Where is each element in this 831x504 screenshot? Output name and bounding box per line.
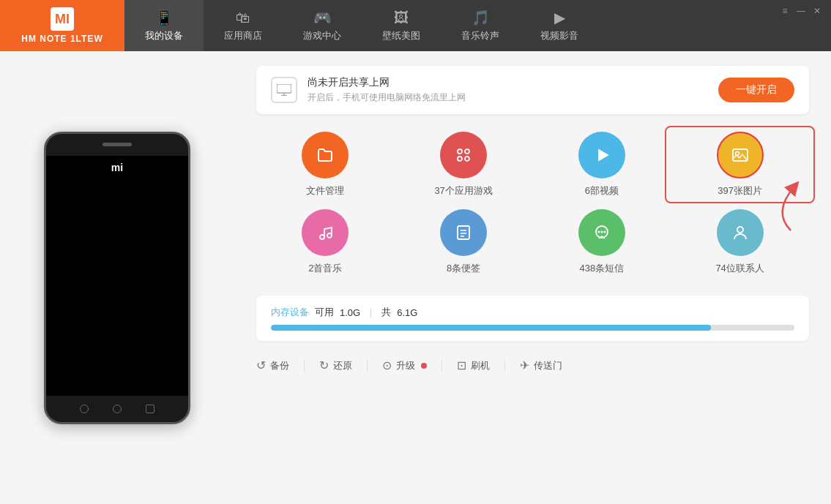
storage-section: 内存设备 可用 1.0G ｜ 共 6.1G — [256, 296, 809, 341]
network-title: 尚未开启共享上网 — [308, 76, 718, 89]
network-banner: 尚未开启共享上网 开启后，手机可使用电脑网络免流里上网 一键开启 — [256, 66, 809, 114]
upgrade-badge — [421, 363, 427, 369]
nav-video-label: 视频影音 — [540, 29, 578, 42]
feature-photos[interactable]: 397张图片 — [671, 132, 809, 198]
svg-point-3 — [458, 149, 462, 154]
nav-wallpaper[interactable]: 🖼 壁纸美图 — [362, 0, 441, 51]
transfer-icon: ✈ — [520, 358, 529, 372]
nav-music-label: 音乐铃声 — [461, 29, 499, 42]
files-circle — [302, 132, 349, 178]
divider-1 — [304, 360, 305, 372]
storage-available-label: 可用 — [315, 306, 334, 319]
main-content: mi 尚未开启共享上网 开启后，手机可使用电脑网络免流里上网 — [0, 51, 831, 504]
nav-items: 📱 我的设备 🛍 应用商店 🎮 游戏中心 🖼 壁纸美图 🎵 音乐铃声 ▶ 视频影… — [124, 0, 831, 51]
feature-apps[interactable]: 37个应用游戏 — [395, 132, 533, 198]
nav-game-center-label: 游戏中心 — [303, 29, 341, 42]
app-store-icon: 🛍 — [236, 10, 250, 26]
action-transfer[interactable]: ✈ 传送门 — [520, 358, 562, 372]
music-circle — [302, 209, 349, 256]
right-panel: 尚未开启共享上网 开启后，手机可使用电脑网络免流里上网 一键开启 文件管理 — [234, 51, 831, 504]
notes-circle — [440, 209, 487, 256]
nav-music[interactable]: 🎵 音乐铃声 — [441, 0, 520, 51]
phone-top-bar — [46, 134, 188, 156]
backup-icon: ↺ — [256, 358, 266, 372]
titlebar: ≡ — ✕ — [771, 0, 831, 22]
feature-grid: 文件管理 37个应用游戏 — [256, 132, 809, 275]
restore-icon: ↻ — [319, 358, 329, 372]
menu-icon[interactable]: ≡ — [780, 6, 790, 16]
phone-mockup: mi — [44, 132, 190, 424]
phone-menu-btn — [146, 405, 154, 413]
storage-total-label: 共 — [381, 306, 391, 319]
notes-label: 8条便签 — [447, 262, 480, 275]
contacts-label: 74位联系人 — [715, 262, 764, 275]
device-name: HM NOTE 1LTEW — [21, 34, 103, 44]
flash-icon: ⊡ — [457, 358, 466, 372]
nav-wallpaper-label: 壁纸美图 — [382, 29, 420, 42]
phone-mi-logo: mi — [111, 162, 123, 173]
feature-music[interactable]: 2首音乐 — [256, 209, 395, 275]
storage-label: 内存设备 — [271, 306, 309, 319]
transfer-label: 传送门 — [534, 359, 562, 372]
network-enable-button[interactable]: 一键开启 — [718, 78, 794, 102]
svg-point-19 — [603, 231, 605, 233]
nav-game-center[interactable]: 🎮 游戏中心 — [283, 0, 362, 51]
video-label: 6部视频 — [585, 184, 619, 198]
feature-video[interactable]: 6部视频 — [533, 132, 671, 198]
svg-rect-8 — [733, 149, 748, 161]
network-text: 尚未开启共享上网 开启后，手机可使用电脑网络免流里上网 — [308, 76, 718, 104]
svg-point-20 — [737, 227, 743, 233]
action-flash[interactable]: ⊡ 刷机 — [457, 358, 490, 372]
apps-circle — [440, 132, 487, 178]
upgrade-label: 升级 — [396, 359, 415, 372]
svg-point-18 — [600, 231, 603, 233]
photos-label: 397张图片 — [718, 184, 762, 198]
storage-separator: ｜ — [366, 306, 376, 319]
svg-rect-0 — [277, 84, 291, 93]
header: MI HM NOTE 1LTEW 📱 我的设备 🛍 应用商店 🎮 游戏中心 🖼 … — [0, 0, 831, 51]
my-device-icon: 📱 — [155, 9, 174, 26]
storage-total-value: 6.1G — [397, 307, 417, 318]
svg-marker-7 — [599, 150, 608, 160]
close-button[interactable]: ✕ — [812, 6, 822, 16]
divider-3 — [441, 360, 442, 372]
phone-speaker — [103, 143, 132, 146]
phone-home-btn — [113, 405, 122, 413]
network-icon — [271, 77, 297, 103]
music-label: 2首音乐 — [308, 262, 342, 275]
svg-point-17 — [597, 231, 600, 233]
music-icon: 🎵 — [472, 9, 490, 26]
restore-label: 还原 — [333, 359, 352, 372]
feature-contacts[interactable]: 74位联系人 — [671, 209, 809, 275]
brand-logo: MI — [51, 7, 74, 31]
game-center-icon: 🎮 — [313, 9, 332, 26]
storage-bar-fill — [271, 325, 711, 331]
svg-point-5 — [458, 157, 462, 161]
phone-screen — [46, 156, 188, 396]
action-restore[interactable]: ↻ 还原 — [319, 358, 352, 372]
action-backup[interactable]: ↺ 备份 — [256, 358, 289, 372]
apps-label: 37个应用游戏 — [434, 184, 492, 198]
action-upgrade[interactable]: ⊙ 升级 — [382, 358, 427, 372]
brand: MI HM NOTE 1LTEW — [0, 0, 124, 51]
nav-app-store[interactable]: 🛍 应用商店 — [204, 0, 283, 51]
video-icon: ▶ — [554, 9, 565, 26]
nav-my-device-label: 我的设备 — [145, 29, 183, 42]
feature-sms[interactable]: 438条短信 — [533, 209, 671, 275]
contacts-circle — [717, 209, 764, 256]
storage-bar — [271, 325, 794, 331]
nav-my-device[interactable]: 📱 我的设备 — [124, 0, 204, 51]
feature-notes[interactable]: 8条便签 — [395, 209, 533, 275]
svg-rect-12 — [458, 226, 469, 239]
svg-point-4 — [465, 149, 469, 154]
divider-4 — [504, 360, 505, 372]
minimize-button[interactable]: — — [796, 6, 806, 16]
photos-circle — [717, 132, 764, 178]
action-bar: ↺ 备份 ↻ 还原 ⊙ 升级 ⊡ 刷机 ✈ 传送门 — [256, 353, 809, 378]
feature-files[interactable]: 文件管理 — [256, 132, 395, 198]
backup-label: 备份 — [270, 359, 289, 372]
files-label: 文件管理 — [306, 184, 344, 198]
nav-video[interactable]: ▶ 视频影音 — [520, 0, 599, 51]
divider-2 — [367, 360, 368, 372]
video-circle — [578, 132, 625, 178]
